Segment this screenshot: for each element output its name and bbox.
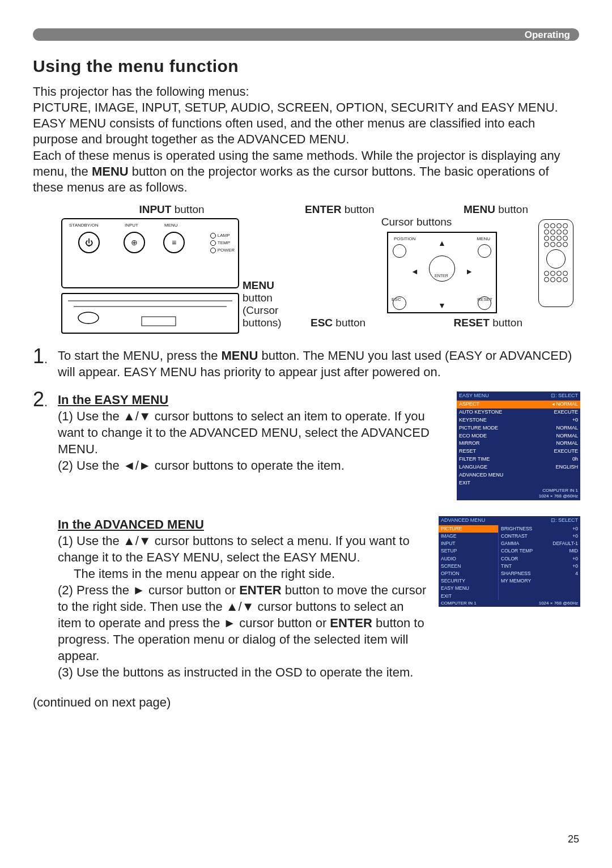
osd-row: FILTER TIME0h — [457, 456, 580, 463]
osd-row: MIRRORNORMAL — [457, 440, 580, 448]
adv-step-1: (1) Use the ▲/▼ cursor buttons to select… — [58, 533, 427, 565]
osd-row: INPUT — [439, 540, 498, 547]
projector-diagram: INPUT button STANDBY/ON INPUT MENU ⏻ ⊕ ≡… — [61, 203, 282, 334]
diagram-row: INPUT button STANDBY/ON INPUT MENU ⏻ ⊕ ≡… — [61, 203, 579, 334]
power-icon: ⏻ — [85, 238, 93, 247]
menu-button-label: MENU button (Cursor buttons) — [243, 279, 282, 329]
osd-row: AUTO KEYSTONEEXECUTE — [457, 409, 580, 416]
up-arrow-icon: ▲ — [438, 239, 446, 248]
intro-p4: Each of these menus is operated using th… — [33, 148, 579, 195]
advanced-menu-heading: In the ADVANCED MENU — [58, 516, 427, 533]
osd-title: ADVANCED MENU — [441, 517, 485, 524]
cursor-buttons-paren: (Cursor buttons) — [243, 304, 282, 329]
osd-row: SECURITY — [439, 577, 498, 585]
osd-select-hint: ⊡: SELECT — [551, 517, 578, 524]
osd-row: SCREEN — [439, 563, 498, 570]
easy-step-2: (2) Use the ◄/► cursor buttons to operat… — [58, 457, 445, 474]
section-title: Using the menu function — [33, 57, 579, 76]
easy-step-1: (1) Use the ▲/▼ cursor buttons to select… — [58, 408, 445, 457]
steps-list: 1. To start the MENU, press the MENU but… — [33, 347, 579, 680]
menu-button-label-2: MENU button — [464, 203, 528, 216]
input-knob: ⊕ — [124, 232, 145, 253]
osd-row: PICTURE — [439, 525, 498, 533]
page-number: 25 — [568, 833, 579, 845]
svg-point-0 — [78, 312, 99, 324]
osd-row: ADVANCED MENU — [457, 471, 580, 479]
continued-note: (continued on next page) — [33, 695, 579, 710]
menu-tiny-label: MENU — [477, 236, 490, 241]
osd-row: ASPECT◂ NORMAL — [457, 401, 580, 409]
projector-outline-icon — [62, 294, 238, 333]
page: Operating Using the menu function This p… — [0, 0, 612, 868]
osd-row: EASY MENU — [439, 585, 498, 592]
osd-row: COLOR TEMPMID — [499, 547, 580, 555]
adv-step-3: (3) Use the buttons as instructed in the… — [58, 664, 579, 680]
easy-menu-osd: EASY MENU ⊡: SELECT ASPECT◂ NORMALAUTO K… — [456, 390, 581, 501]
navpad: POSITION MENU ENTER ESC RESET ▲ ▼ ◄ ► — [387, 232, 497, 313]
osd-row: PICTURE MODENORMAL — [457, 424, 580, 432]
osd-row: SHARPNESS4 — [499, 570, 580, 577]
advanced-menu-osd: ADVANCED MENU ⊡: SELECT PICTUREIMAGEINPU… — [437, 515, 581, 609]
osd-select-hint: ⊡: SELECT — [551, 393, 578, 399]
intro-p2: PICTURE, IMAGE, INPUT, SETUP, AUDIO, SCR… — [33, 100, 579, 116]
menu-icon: ≡ — [172, 238, 176, 247]
menu-label: MENU — [164, 223, 178, 228]
osd-row: EXIT — [457, 479, 580, 487]
osd-row: LANGUAGEENGLISH — [457, 463, 580, 471]
osd-row: COLOR+0 — [499, 555, 580, 563]
osd-row: OPTION — [439, 570, 498, 577]
input-icon: ⊕ — [131, 238, 138, 247]
standby-label: STANDBY/ON — [69, 223, 98, 228]
left-arrow-icon: ◄ — [411, 267, 419, 276]
osd-title: EASY MENU — [459, 393, 489, 399]
easy-menu-heading: In the EASY MENU — [58, 392, 445, 408]
lamp-led: LAMP — [218, 233, 230, 238]
input-label: INPUT — [125, 223, 138, 228]
step-2: 2. In the EASY MENU (1) Use the ▲/▼ curs… — [33, 390, 579, 680]
osd-row: TINT+0 — [499, 563, 580, 570]
header-bar: Operating — [33, 28, 579, 41]
osd-row: RESETEXECUTE — [457, 448, 580, 456]
header-category: Operating — [525, 29, 570, 41]
osd-rows: ASPECT◂ NORMALAUTO KEYSTONEEXECUTEKEYSTO… — [457, 401, 580, 487]
intro-block: This projector has the following menus: … — [33, 84, 579, 195]
projector-top-panel: STANDBY/ON INPUT MENU ⏻ ⊕ ≡ LAMP TEMP PO… — [61, 218, 239, 288]
osd-row: MY MEMORY — [499, 577, 580, 585]
osd-row: ECO MODENORMAL — [457, 432, 580, 440]
led-indicators: LAMP TEMP POWER — [210, 233, 235, 255]
enter-button-label: ENTER button — [305, 203, 375, 216]
intro-p1: This projector has the following menus: — [33, 84, 579, 100]
down-arrow-icon: ▼ — [438, 301, 446, 310]
adv-step-1b: The items in the menu appear on the righ… — [74, 565, 427, 582]
right-arrow-icon: ► — [465, 267, 473, 276]
step-1: 1. To start the MENU, press the MENU but… — [33, 347, 579, 380]
osd-row: AUDIO — [439, 555, 498, 563]
standby-knob: ⏻ — [78, 232, 100, 253]
osd-row: EXIT — [439, 593, 498, 600]
adv-step-2: (2) Press the ► cursor button or ENTER b… — [58, 582, 427, 664]
input-button-label: INPUT button — [61, 203, 282, 216]
svg-rect-1 — [142, 317, 176, 326]
remote-control-icon — [538, 219, 573, 307]
reset-button-label: RESET button — [454, 317, 522, 329]
power-led: POWER — [218, 248, 235, 253]
menu-knob: ≡ — [163, 232, 185, 253]
osd-row: KEYSTONE+0 — [457, 416, 580, 424]
osd-row: IMAGE — [439, 533, 498, 540]
projector-body — [61, 293, 239, 334]
esc-button-label: ESC button — [311, 317, 366, 329]
position-label: POSITION — [394, 236, 415, 241]
osd-row: CONTRAST+0 — [499, 533, 580, 540]
controller-diagram: ENTER button MENU button Cursor buttons … — [305, 203, 579, 334]
osd-row: BRIGHTNESS+0 — [499, 525, 580, 533]
osd-row: SETUP — [439, 547, 498, 555]
osd-row: GAMMADEFAULT-1 — [499, 540, 580, 547]
intro-p3: EASY MENU consists of functions often us… — [33, 116, 579, 147]
temp-led: TEMP — [218, 240, 230, 245]
